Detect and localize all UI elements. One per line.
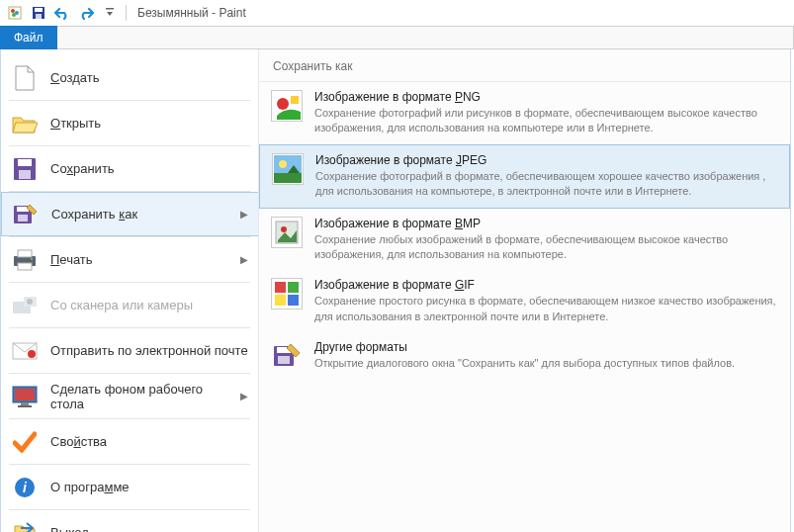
sidebar-item-label: Создать: [50, 70, 248, 85]
sidebar-item-label: О программе: [50, 480, 248, 494]
format-title: Изображение в формате PNG: [314, 90, 778, 104]
sidebar-item-label: Свойства: [50, 434, 248, 449]
titlebar: Безымянный - Paint: [0, 0, 794, 26]
sidebar-item-scanner: Со сканера или камеры: [1, 283, 258, 327]
checkmark-icon: [11, 428, 39, 456]
svg-point-1: [11, 9, 15, 13]
sidebar-item-print[interactable]: Печать ▶: [1, 237, 258, 282]
svg-rect-16: [18, 263, 32, 270]
ribbon-tabs: Файл: [0, 26, 794, 49]
sidebar-item-wallpaper[interactable]: Сделать фоном рабочего стола ▶: [1, 374, 258, 418]
chevron-right-icon: ▶: [240, 254, 248, 265]
svg-rect-45: [278, 356, 290, 364]
save-qat-button[interactable]: [28, 2, 49, 24]
scanner-icon: [11, 292, 39, 319]
sidebar-item-exit[interactable]: Выход: [1, 510, 258, 532]
svg-rect-41: [275, 295, 286, 306]
svg-rect-6: [36, 14, 42, 19]
chevron-right-icon: ▶: [240, 391, 248, 401]
chevron-right-icon: ▶: [240, 209, 248, 220]
sidebar-item-label: Со сканера или камеры: [50, 298, 248, 312]
envelope-icon: [11, 337, 39, 365]
sidebar-item-label: Выход: [50, 525, 248, 532]
sidebar-item-open[interactable]: Открыть: [1, 101, 258, 145]
svg-point-30: [277, 98, 289, 110]
qat-divider: [126, 5, 127, 21]
svg-rect-40: [288, 282, 299, 293]
svg-rect-7: [106, 8, 114, 10]
format-desc: Сохранение фотографий в формате, обеспеч…: [315, 169, 777, 200]
format-jpeg[interactable]: Изображение в формате JPEG Сохранение фо…: [259, 144, 790, 209]
format-png[interactable]: Изображение в формате PNG Сохранение фот…: [259, 82, 790, 144]
sidebar-item-properties[interactable]: Свойства: [1, 419, 258, 464]
svg-rect-9: [18, 159, 32, 166]
info-icon: i: [11, 474, 39, 501]
format-title: Другие форматы: [314, 340, 778, 354]
format-title: Изображение в формате BMP: [314, 217, 778, 230]
print-icon: [11, 246, 39, 274]
bmp-icon: [271, 217, 303, 248]
svg-rect-10: [19, 170, 31, 179]
format-title: Изображение в формате GIF: [314, 278, 778, 292]
panel-header: Сохранить как: [259, 49, 790, 82]
svg-rect-15: [18, 250, 32, 257]
save-as-other-icon: [271, 340, 303, 372]
format-title: Изображение в формате JPEG: [315, 153, 777, 167]
sidebar-item-about[interactable]: i О программе: [1, 465, 258, 509]
save-as-panel: Сохранить как Изображение в формате PNG …: [259, 49, 790, 532]
svg-rect-42: [288, 295, 299, 306]
app-icon: [4, 2, 26, 24]
sidebar-item-label: Сохранить: [50, 161, 248, 176]
svg-point-34: [279, 160, 287, 168]
folder-open-icon: [11, 110, 39, 137]
sidebar-item-new[interactable]: Создать: [1, 55, 258, 100]
format-bmp[interactable]: Изображение в формате BMP Сохранение люб…: [259, 209, 790, 271]
jpeg-icon: [272, 153, 304, 185]
svg-rect-31: [291, 96, 299, 104]
svg-rect-39: [275, 282, 286, 293]
sidebar-item-email[interactable]: Отправить по электронной почте: [1, 328, 258, 373]
format-gif[interactable]: Изображение в формате GIF Сохранение про…: [259, 270, 790, 332]
sidebar-item-label: Сохранить как: [51, 207, 228, 222]
sidebar-item-save-as[interactable]: Сохранить как ▶: [1, 192, 258, 236]
svg-rect-25: [21, 402, 29, 405]
svg-point-3: [12, 13, 16, 17]
file-tab[interactable]: Файл: [0, 26, 57, 49]
new-file-icon: [11, 64, 39, 92]
format-desc: Сохранение простого рисунка в формате, о…: [314, 294, 778, 324]
svg-rect-26: [18, 405, 32, 407]
svg-point-17: [31, 258, 33, 260]
svg-point-22: [28, 350, 36, 358]
svg-point-37: [281, 226, 287, 232]
save-as-icon: [12, 201, 40, 228]
format-desc: Сохранение фотографий или рисунков в фор…: [314, 106, 778, 136]
svg-rect-13: [18, 215, 28, 222]
sidebar-item-label: Отправить по электронной почте: [50, 343, 248, 358]
file-menu-sidebar: Создать Открыть Сохранить Сохранить как …: [1, 49, 259, 532]
backstage: Создать Открыть Сохранить Сохранить как …: [0, 49, 791, 532]
format-other[interactable]: Другие форматы Открытие диалогового окна…: [259, 332, 790, 380]
undo-qat-button[interactable]: [51, 2, 73, 24]
save-icon: [11, 155, 39, 183]
format-desc: Открытие диалогового окна "Сохранить как…: [314, 356, 778, 371]
svg-rect-5: [35, 8, 43, 12]
gif-icon: [271, 278, 303, 310]
sidebar-item-label: Открыть: [50, 116, 248, 131]
ribbon-empty: [57, 26, 794, 48]
redo-qat-button[interactable]: [75, 2, 97, 24]
svg-rect-24: [15, 389, 35, 400]
qat-customize-button[interactable]: [99, 2, 121, 24]
svg-rect-33: [274, 173, 302, 183]
format-desc: Сохранение любых изображений в формате, …: [314, 232, 778, 263]
svg-point-20: [27, 299, 33, 305]
desktop-icon: [11, 383, 39, 410]
png-icon: [271, 90, 303, 122]
sidebar-item-label: Сделать фоном рабочего стола: [50, 382, 228, 411]
sidebar-item-save[interactable]: Сохранить: [1, 146, 258, 191]
exit-icon: [11, 519, 39, 533]
sidebar-item-label: Печать: [50, 252, 228, 267]
window-title: Безымянный - Paint: [137, 6, 246, 20]
